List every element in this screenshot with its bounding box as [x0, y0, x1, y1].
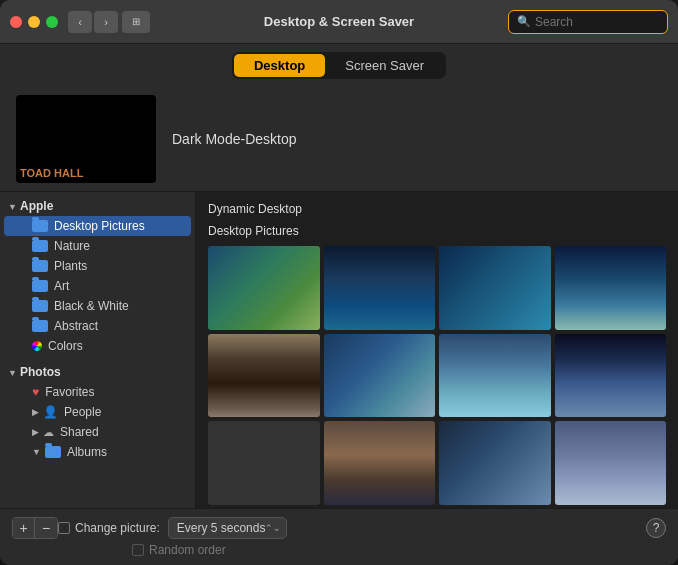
nav-buttons: ‹ › [68, 11, 118, 33]
grid-thumb-11[interactable] [439, 421, 551, 505]
collapse-triangle-apple: ▼ [8, 202, 16, 210]
main-content: ▼ Apple Desktop Pictures Nature Plants A… [0, 192, 678, 508]
sidebar-item-favorites[interactable]: ♥ Favorites [4, 382, 191, 402]
add-remove-buttons: + − [12, 517, 58, 539]
tabs-container: Desktop Screen Saver [232, 52, 446, 79]
sidebar-item-plants-label: Plants [54, 259, 87, 273]
folder-icon [32, 300, 48, 312]
cloud-icon: ☁ [43, 426, 54, 439]
heart-icon: ♥ [32, 385, 39, 399]
folder-icon [32, 320, 48, 332]
preview-thumbnail: TOAD HALL [16, 95, 156, 183]
grid-thumb-9[interactable] [208, 421, 320, 505]
sidebar-item-abstract[interactable]: Abstract [4, 316, 191, 336]
grid-thumb-10[interactable] [324, 421, 436, 505]
grid-thumb-3[interactable] [439, 246, 551, 330]
sidebar-item-desktop-pictures[interactable]: Desktop Pictures [4, 216, 191, 236]
arrow-icon: ▶ [32, 407, 39, 417]
window-title: Desktop & Screen Saver [264, 14, 414, 29]
bottom-bar: + − Change picture: Every 5 seconds ⌃⌄ ? [0, 508, 678, 565]
change-picture-checkbox[interactable] [58, 522, 70, 534]
section-dynamic-desktop: Dynamic Desktop [202, 198, 672, 220]
change-picture-row: Change picture: Every 5 seconds ⌃⌄ [58, 517, 646, 539]
interval-dropdown-wrapper: Every 5 seconds ⌃⌄ [168, 517, 287, 539]
grid-thumb-6[interactable] [324, 334, 436, 418]
folder-icon-albums [45, 446, 61, 458]
maximize-button[interactable] [46, 16, 58, 28]
sidebar-item-colors-label: Colors [48, 339, 83, 353]
grid-thumb-4[interactable] [555, 246, 667, 330]
arrow-icon-albums: ▼ [32, 447, 41, 457]
preview-area: TOAD HALL Dark Mode-Desktop [0, 87, 678, 192]
random-order-label: Random order [149, 543, 226, 557]
section-desktop-pictures: Desktop Pictures [202, 220, 672, 242]
sidebar-item-nature[interactable]: Nature [4, 236, 191, 256]
sidebar-item-people-label: People [64, 405, 101, 419]
sidebar-section-photos-label: Photos [20, 365, 61, 379]
collapse-triangle-photos: ▼ [8, 368, 16, 376]
sidebar-section-apple[interactable]: ▼ Apple [0, 196, 195, 216]
sidebar: ▼ Apple Desktop Pictures Nature Plants A… [0, 192, 196, 508]
folder-icon [32, 280, 48, 292]
sidebar-item-albums-label: Albums [67, 445, 107, 459]
sidebar-item-people[interactable]: ▶ 👤 People [4, 402, 191, 422]
titlebar: ‹ › ⊞ Desktop & Screen Saver 🔍 [0, 0, 678, 44]
close-button[interactable] [10, 16, 22, 28]
search-icon: 🔍 [517, 15, 531, 28]
sidebar-section-photos[interactable]: ▼ Photos [0, 362, 195, 382]
image-grid [202, 242, 672, 508]
interval-dropdown[interactable]: Every 5 seconds [168, 517, 287, 539]
sidebar-item-desktop-pictures-label: Desktop Pictures [54, 219, 145, 233]
sidebar-item-abstract-label: Abstract [54, 319, 98, 333]
sidebar-item-shared-label: Shared [60, 425, 99, 439]
color-dot-icon [32, 341, 42, 351]
content-inner: Dynamic Desktop Desktop Pictures [196, 192, 678, 508]
main-window: ‹ › ⊞ Desktop & Screen Saver 🔍 Desktop S… [0, 0, 678, 565]
random-order-checkbox-label[interactable]: Random order [132, 543, 226, 557]
forward-button[interactable]: › [94, 11, 118, 33]
grid-thumb-1[interactable] [208, 246, 320, 330]
sidebar-item-nature-label: Nature [54, 239, 90, 253]
sidebar-item-colors[interactable]: Colors [4, 336, 191, 356]
change-picture-checkbox-label[interactable]: Change picture: [58, 521, 160, 535]
grid-button[interactable]: ⊞ [122, 11, 150, 33]
sidebar-item-shared[interactable]: ▶ ☁ Shared [4, 422, 191, 442]
bottom-row2: Random order [12, 543, 666, 557]
sidebar-item-albums[interactable]: ▼ Albums [4, 442, 191, 462]
minimize-button[interactable] [28, 16, 40, 28]
search-bar[interactable]: 🔍 [508, 10, 668, 34]
content-panel: Dynamic Desktop Desktop Pictures [196, 192, 678, 508]
sidebar-item-art-label: Art [54, 279, 69, 293]
sidebar-section-apple-label: Apple [20, 199, 53, 213]
preview-thumb-label: TOAD HALL [20, 167, 83, 179]
grid-thumb-12[interactable] [555, 421, 667, 505]
folder-icon [32, 240, 48, 252]
sidebar-item-plants[interactable]: Plants [4, 256, 191, 276]
grid-thumb-7[interactable] [439, 334, 551, 418]
person-icon: 👤 [43, 405, 58, 419]
help-button[interactable]: ? [646, 518, 666, 538]
sidebar-item-favorites-label: Favorites [45, 385, 94, 399]
preview-title: Dark Mode-Desktop [172, 131, 297, 147]
grid-thumb-2[interactable] [324, 246, 436, 330]
back-button[interactable]: ‹ [68, 11, 92, 33]
sidebar-item-black-white[interactable]: Black & White [4, 296, 191, 316]
grid-thumb-8[interactable] [555, 334, 667, 418]
sidebar-item-art[interactable]: Art [4, 276, 191, 296]
traffic-lights [10, 16, 58, 28]
bottom-row1: + − Change picture: Every 5 seconds ⌃⌄ ? [12, 517, 666, 539]
add-button[interactable]: + [13, 518, 35, 538]
search-input[interactable] [535, 15, 659, 29]
sidebar-item-black-white-label: Black & White [54, 299, 129, 313]
tab-screensaver[interactable]: Screen Saver [325, 54, 444, 77]
remove-button[interactable]: − [35, 518, 57, 538]
random-order-checkbox[interactable] [132, 544, 144, 556]
grid-thumb-5[interactable] [208, 334, 320, 418]
tabbar: Desktop Screen Saver [0, 44, 678, 87]
change-picture-label: Change picture: [75, 521, 160, 535]
folder-icon [32, 220, 48, 232]
folder-icon [32, 260, 48, 272]
arrow-icon-shared: ▶ [32, 427, 39, 437]
tab-desktop[interactable]: Desktop [234, 54, 325, 77]
